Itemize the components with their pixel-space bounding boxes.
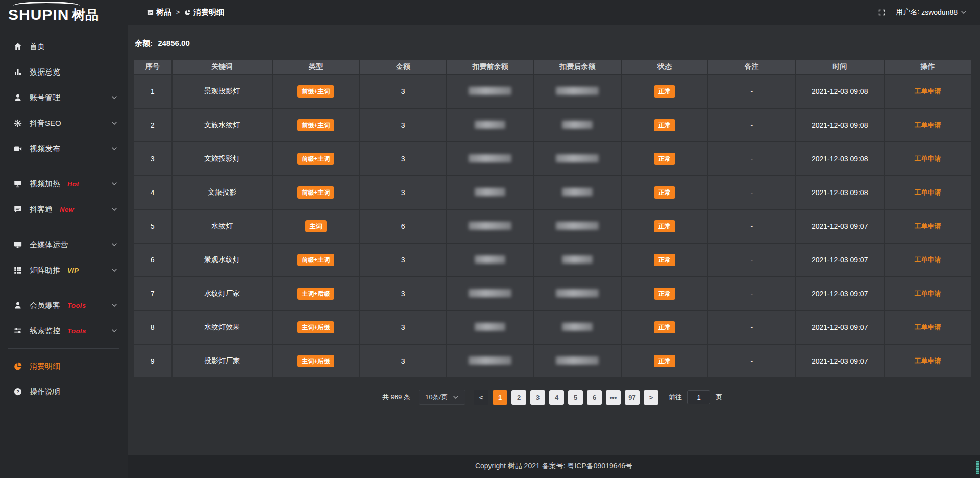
cell-keyword: 水纹灯厂家: [172, 277, 273, 310]
page-ellipsis-button[interactable]: •••: [606, 390, 621, 405]
sidebar-item-video-heat[interactable]: 视频加热 Hot: [0, 171, 128, 197]
cell-keyword: 文旅投影灯: [172, 142, 273, 176]
breadcrumb-item-current[interactable]: 消费明细: [184, 8, 224, 17]
monitor-icon: [13, 240, 22, 249]
breadcrumb-label: 树品: [156, 8, 172, 17]
cell-remark: -: [708, 142, 795, 176]
cell-remark: -: [708, 243, 795, 277]
cell-type: 前缀+主词: [273, 75, 360, 108]
sidebar-item-matrix-boost[interactable]: 矩阵助推 VIP: [0, 257, 128, 283]
page-button-4[interactable]: 4: [549, 390, 564, 405]
sidebar-item-member-burst[interactable]: 会员爆客 Tools: [0, 293, 128, 318]
cell-keyword: 文旅投影: [172, 176, 273, 209]
page-button-1[interactable]: 1: [493, 390, 507, 405]
cell-amount: 3: [359, 310, 447, 344]
sidebar-item-label: 线索监控: [30, 326, 60, 336]
ticket-apply-link[interactable]: 工单申请: [915, 155, 941, 162]
page-button-5[interactable]: 5: [568, 390, 583, 405]
goto-page-input[interactable]: [687, 390, 710, 404]
video-icon: [13, 144, 22, 153]
cell-type: 主词+后缀: [273, 310, 360, 344]
ticket-apply-link[interactable]: 工单申请: [915, 256, 941, 264]
cell-type: 前缀+主词: [273, 108, 360, 142]
chevron-down-icon: [111, 302, 117, 308]
cell-remark: -: [708, 176, 795, 209]
user-menu[interactable]: 用户名: zswodun88: [896, 8, 967, 17]
next-page-button[interactable]: >: [644, 390, 658, 405]
page-button-3[interactable]: 3: [530, 390, 545, 405]
member-icon: [13, 301, 22, 310]
page-button-2[interactable]: 2: [511, 390, 526, 405]
cell-type: 主词+后缀: [273, 344, 360, 378]
scrollbar-nub[interactable]: [976, 461, 979, 474]
cell-action: 工单申请: [884, 75, 971, 108]
cell-action: 工单申请: [884, 243, 971, 277]
tools-tag: Tools: [67, 302, 86, 309]
ticket-apply-link[interactable]: 工单申请: [915, 222, 941, 230]
goto-page: 前往 页: [669, 390, 722, 404]
cell-balance-after: [534, 277, 621, 310]
table-row: 3 文旅投影灯 前缀+主词 3 正常 - 2021-12-03 09:08 工单…: [133, 142, 971, 176]
pie-chart-icon: [13, 362, 22, 371]
cell-amount: 6: [359, 209, 447, 243]
sidebar-divider: [8, 227, 119, 227]
col-status: 状态: [621, 59, 708, 75]
page-button-6[interactable]: 6: [587, 390, 602, 405]
status-badge: 正常: [654, 119, 675, 131]
ticket-apply-link[interactable]: 工单申请: [915, 290, 941, 297]
gear-icon: [13, 118, 22, 128]
cell-amount: 3: [359, 176, 447, 209]
ticket-apply-link[interactable]: 工单申请: [915, 87, 941, 95]
ticket-apply-link[interactable]: 工单申请: [915, 121, 941, 129]
sidebar-item-label: 会员爆客: [30, 301, 60, 310]
sidebar-item-omnimedia[interactable]: 全媒体运营: [0, 232, 128, 257]
type-badge: 前缀+主词: [297, 254, 334, 266]
ticket-apply-link[interactable]: 工单申请: [915, 357, 941, 365]
sidebar-item-label: 消费明细: [30, 362, 60, 371]
cell-balance-before: [447, 209, 534, 243]
prev-page-button[interactable]: <: [474, 390, 488, 405]
redacted-value: [469, 222, 511, 230]
cell-balance-after: [534, 142, 621, 176]
breadcrumb-item-home[interactable]: 树品: [147, 8, 172, 17]
cell-index: 7: [133, 277, 172, 310]
cell-index: 5: [133, 209, 172, 243]
cell-remark: -: [708, 209, 795, 243]
sidebar-item-instructions[interactable]: ? 操作说明: [0, 379, 128, 404]
cell-time: 2021-12-03 09:07: [795, 243, 884, 277]
sidebar-item-video-publish[interactable]: 视频发布: [0, 136, 128, 161]
ticket-apply-link[interactable]: 工单申请: [915, 323, 941, 331]
type-badge: 前缀+主词: [297, 85, 334, 98]
page-size-select[interactable]: 10条/页: [419, 390, 465, 405]
topbar-right: 用户名: zswodun88: [878, 8, 967, 17]
cell-balance-after: [534, 310, 621, 344]
sidebar-item-home[interactable]: 首页: [0, 34, 128, 59]
breadcrumb-separator: >: [176, 9, 180, 16]
cell-balance-before: [447, 243, 534, 277]
page: SHUPIN 树品 首页 数据总览 账号管理 抖音SEO: [0, 0, 980, 478]
status-badge: 正常: [654, 220, 675, 232]
cell-action: 工单申请: [884, 209, 971, 243]
cell-remark: -: [708, 277, 795, 310]
app-logo: SHUPIN 树品: [0, 0, 128, 27]
sidebar-item-data-overview[interactable]: 数据总览: [0, 59, 128, 85]
sidebar-item-consumption-detail[interactable]: 消费明细: [0, 353, 128, 379]
fullscreen-icon[interactable]: [878, 9, 886, 16]
screen-icon: [13, 179, 22, 188]
page-button-97[interactable]: 97: [625, 390, 640, 405]
redacted-value: [556, 87, 599, 95]
sidebar-item-douyin-seo[interactable]: 抖音SEO: [0, 110, 128, 136]
cell-action: 工单申请: [884, 142, 971, 176]
sidebar-item-clue-monitor[interactable]: 线索监控 Tools: [0, 318, 128, 344]
status-badge: 正常: [654, 321, 675, 333]
sidebar-item-douketong[interactable]: 抖客通 New: [0, 197, 128, 222]
cell-keyword: 水纹灯: [172, 209, 273, 243]
cell-action: 工单申请: [884, 108, 971, 142]
type-badge: 主词+后缀: [297, 288, 334, 300]
sliders-icon: [13, 326, 22, 336]
cell-balance-before: [447, 176, 534, 209]
cell-remark: -: [708, 310, 795, 344]
table-row: 9 投影灯厂家 主词+后缀 3 正常 - 2021-12-03 09:07 工单…: [133, 344, 971, 378]
ticket-apply-link[interactable]: 工单申请: [915, 188, 941, 196]
sidebar-item-account-manage[interactable]: 账号管理: [0, 85, 128, 110]
